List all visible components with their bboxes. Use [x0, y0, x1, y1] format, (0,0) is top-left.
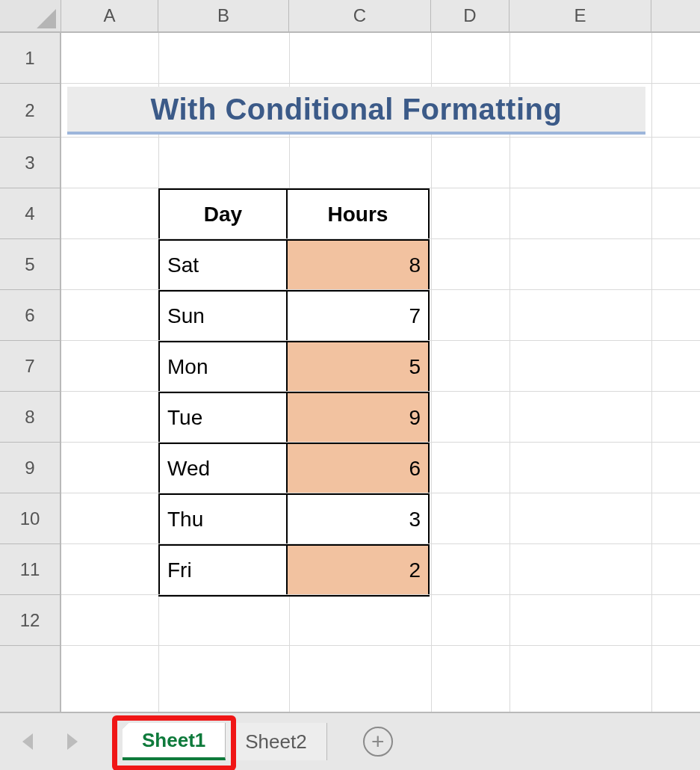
column-header-D[interactable]: D: [431, 0, 509, 31]
row-header-5[interactable]: 5: [0, 239, 60, 290]
sheet-tab-sheet1[interactable]: Sheet1: [123, 723, 226, 760]
svg-marker-0: [37, 9, 56, 28]
row-header-7[interactable]: 7: [0, 341, 60, 392]
row-header-4[interactable]: 4: [0, 188, 60, 239]
sheet-tab-bar: Sheet1Sheet2 +: [0, 712, 700, 770]
column-header-A[interactable]: A: [61, 0, 158, 31]
column-header-E[interactable]: E: [509, 0, 651, 31]
tab-prev-icon[interactable]: [22, 733, 34, 750]
sheet-tab-sheet2[interactable]: Sheet2: [226, 723, 326, 760]
row-header-6[interactable]: 6: [0, 290, 60, 341]
select-all-corner[interactable]: [0, 0, 61, 31]
svg-marker-1: [22, 733, 33, 750]
row-headers-col: 123456789101112: [0, 33, 61, 712]
column-header-C[interactable]: C: [289, 0, 431, 31]
sheet-body: 123456789101112 With Conditional Formatt…: [0, 33, 700, 712]
column-headers-row: ABCDE: [0, 0, 700, 33]
row-header-9[interactable]: 9: [0, 443, 60, 493]
tab-nav: [22, 733, 78, 750]
add-sheet-button[interactable]: +: [363, 727, 393, 757]
row-header-2[interactable]: 2: [0, 84, 60, 138]
row-header-1[interactable]: 1: [0, 33, 60, 84]
plus-icon: +: [371, 729, 385, 754]
row-header-11[interactable]: 11: [0, 544, 60, 595]
row-header-8[interactable]: 8: [0, 392, 60, 443]
svg-marker-2: [67, 733, 78, 750]
row-header-3[interactable]: 3: [0, 138, 60, 188]
spreadsheet-grid[interactable]: With Conditional Formatting Day Hours Sa…: [61, 33, 700, 712]
row-header-10[interactable]: 10: [0, 493, 60, 544]
column-header-B[interactable]: B: [158, 0, 289, 31]
tab-next-icon[interactable]: [66, 733, 78, 750]
select-all-triangle-icon: [37, 9, 56, 28]
row-header-12[interactable]: 12: [0, 595, 60, 646]
